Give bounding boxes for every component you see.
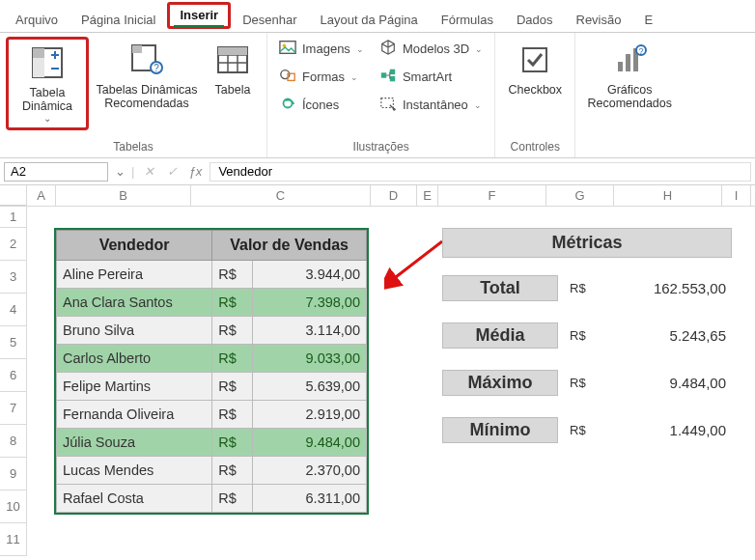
col-header-B[interactable]: B <box>56 185 191 206</box>
accept-formula-icon[interactable]: ✓ <box>163 164 181 179</box>
tab-página-inicial[interactable]: Página Inicial <box>70 7 167 32</box>
metric-label: Máximo <box>442 370 558 396</box>
pivot-table-label: Tabela Dinâmica <box>11 86 84 113</box>
row-header-7[interactable]: 7 <box>0 392 27 425</box>
col-header-valor: Valor de Vendas <box>212 231 367 261</box>
tab-layout-da-página[interactable]: Layout da Página <box>309 7 430 32</box>
cell-vendedor[interactable]: Lucas Mendes <box>57 457 212 485</box>
shapes-label: Formas <box>302 70 345 84</box>
checkbox-button[interactable]: Checkbox <box>501 37 569 100</box>
table-row[interactable]: Lucas MendesR$2.370,00 <box>57 457 367 485</box>
tab-dados[interactable]: Dados <box>505 7 565 32</box>
recommended-charts-button[interactable]: ? Gráficos Recomendados <box>581 37 678 114</box>
metric-row-mínimo: MínimoR$1.449,00 <box>442 417 732 443</box>
cell-vendedor[interactable]: Rafael Costa <box>57 485 212 513</box>
shapes-button[interactable]: Formas ⌄ <box>279 67 364 87</box>
smartart-button[interactable]: SmartArt <box>379 67 483 87</box>
tab-fórmulas[interactable]: Fórmulas <box>430 7 505 32</box>
cell-vendedor[interactable]: Aline Pereira <box>57 261 212 289</box>
col-header-D[interactable]: D <box>371 185 417 206</box>
row-header-8[interactable]: 8 <box>0 425 27 458</box>
recommended-pivot-button[interactable]: ? Tabelas Dinâmicas Recomendadas <box>93 37 201 130</box>
pivot-table-button[interactable]: Tabela Dinâmica ⌄ <box>6 37 89 130</box>
cancel-formula-icon[interactable]: ✕ <box>140 164 157 179</box>
metric-value: 162.553,00 <box>614 280 732 296</box>
cell-vendedor[interactable]: Bruno Silva <box>57 317 212 345</box>
col-header-A[interactable]: A <box>27 185 56 206</box>
name-box[interactable] <box>4 162 108 182</box>
cell-currency[interactable]: R$ <box>212 261 253 289</box>
cell-vendedor[interactable]: Júlia Souza <box>57 429 212 457</box>
table-row[interactable]: Ana Clara SantosR$7.398,00 <box>57 289 367 317</box>
images-button[interactable]: Imagens ⌄ <box>279 39 364 59</box>
cell-currency[interactable]: R$ <box>212 317 253 345</box>
row-header-10[interactable]: 10 <box>0 490 27 523</box>
table-row[interactable]: Bruno SilvaR$3.114,00 <box>57 317 367 345</box>
table-row[interactable]: Rafael CostaR$6.311,00 <box>57 485 367 513</box>
col-header-G[interactable]: G <box>546 185 614 206</box>
icons-button[interactable]: Ícones <box>279 95 364 115</box>
table-row[interactable]: Carlos AlbertoR$9.033,00 <box>57 345 367 373</box>
data-table: Vendedor Valor de Vendas Aline PereiraR$… <box>56 230 367 513</box>
col-header-C[interactable]: C <box>191 185 371 206</box>
row-header-2[interactable]: 2 <box>0 228 27 261</box>
cell-value[interactable]: 2.370,00 <box>253 457 367 485</box>
tab-arquivo[interactable]: Arquivo <box>4 7 70 32</box>
table-row[interactable]: Felipe MartinsR$5.639,00 <box>57 373 367 401</box>
cell-vendedor[interactable]: Ana Clara Santos <box>57 289 212 317</box>
table-row[interactable]: Júlia SouzaR$9.484,00 <box>57 429 367 457</box>
fx-icon[interactable]: ƒx <box>186 164 204 179</box>
cell-currency[interactable]: R$ <box>212 429 253 457</box>
screenshot-button[interactable]: Instantâneo ⌄ <box>379 95 483 115</box>
svg-rect-20 <box>618 62 623 71</box>
cell-currency[interactable]: R$ <box>212 289 253 317</box>
cell-vendedor[interactable]: Fernanda Oliveira <box>57 401 212 429</box>
cell-value[interactable]: 3.114,00 <box>253 317 367 345</box>
row-header-5[interactable]: 5 <box>0 326 27 359</box>
cell-currency[interactable]: R$ <box>212 373 253 401</box>
cell-value[interactable]: 7.398,00 <box>253 289 367 317</box>
table-button[interactable]: Tabela <box>205 37 261 130</box>
row-header-9[interactable]: 9 <box>0 458 27 490</box>
svg-rect-15 <box>390 70 395 74</box>
row-header-6[interactable]: 6 <box>0 359 27 392</box>
tab-desenhar[interactable]: Desenhar <box>231 7 308 32</box>
tab-revisão[interactable]: Revisão <box>565 7 633 32</box>
tab-inserir[interactable]: Inserir <box>167 2 231 29</box>
cell-currency[interactable]: R$ <box>212 401 253 429</box>
col-header-I[interactable]: I <box>722 185 751 206</box>
tab-e[interactable]: E <box>632 7 664 32</box>
ribbon-group-controles: Checkbox Controles <box>495 33 575 157</box>
models-3d-button[interactable]: Modelos 3D ⌄ <box>379 39 483 59</box>
cell-value[interactable]: 5.639,00 <box>253 373 367 401</box>
formula-bar: ⌄ | ✕ ✓ ƒx <box>0 158 755 185</box>
cell-currency[interactable]: R$ <box>212 485 253 513</box>
row-header-3[interactable]: 3 <box>0 261 27 294</box>
metric-currency: R$ <box>570 328 602 343</box>
cell-value[interactable]: 2.919,00 <box>253 401 367 429</box>
formula-input[interactable] <box>210 162 751 182</box>
cell-value[interactable]: 3.944,00 <box>253 261 367 289</box>
chevron-down-icon: ⌄ <box>356 44 364 54</box>
name-box-dropdown[interactable]: ⌄ <box>114 164 126 179</box>
ribbon-tabs: ArquivoPágina InicialInserirDesenharLayo… <box>0 0 755 33</box>
row-header-1[interactable]: 1 <box>0 207 27 228</box>
svg-rect-8 <box>218 47 247 55</box>
col-header-F[interactable]: F <box>438 185 546 206</box>
cell-currency[interactable]: R$ <box>212 345 253 373</box>
cell-vendedor[interactable]: Carlos Alberto <box>57 345 212 373</box>
select-all-corner[interactable] <box>0 185 27 206</box>
row-header-4[interactable]: 4 <box>0 294 27 326</box>
table-row[interactable]: Aline PereiraR$3.944,00 <box>57 261 367 289</box>
cell-value[interactable]: 9.484,00 <box>253 429 367 457</box>
table-row[interactable]: Fernanda OliveiraR$2.919,00 <box>57 401 367 429</box>
col-header-H[interactable]: H <box>614 185 722 206</box>
cell-vendedor[interactable]: Felipe Martins <box>57 373 212 401</box>
col-header-E[interactable]: E <box>417 185 438 206</box>
selected-range[interactable]: Vendedor Valor de Vendas Aline PereiraR$… <box>54 228 369 515</box>
chevron-down-icon: ⌄ <box>43 113 51 124</box>
cell-value[interactable]: 9.033,00 <box>253 345 367 373</box>
cell-currency[interactable]: R$ <box>212 457 253 485</box>
cell-value[interactable]: 6.311,00 <box>253 485 367 513</box>
row-header-11[interactable]: 11 <box>0 523 27 556</box>
